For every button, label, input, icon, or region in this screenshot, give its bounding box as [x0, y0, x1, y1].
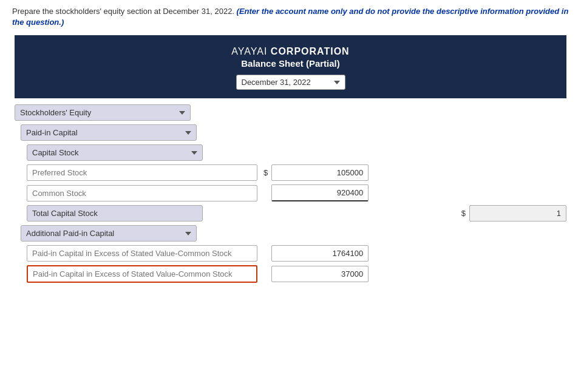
capital-stock-row: Capital Stock	[15, 144, 566, 161]
common-stock-amount[interactable]	[271, 184, 369, 201]
paid-excess-1-input[interactable]	[27, 245, 257, 262]
paid-excess-2-row: $	[15, 265, 566, 283]
stockholders-equity-row: Stockholders' Equity	[15, 104, 566, 121]
instruction-normal: Prepare the stockholders' equity section…	[12, 7, 234, 16]
preferred-stock-amount[interactable]	[271, 164, 369, 181]
form-area: Stockholders' Equity Paid-in Capital Cap…	[0, 98, 581, 292]
additional-paid-row: Additional Paid-in Capital	[15, 225, 566, 242]
total-dollar-wrapper: $	[455, 205, 566, 221]
common-stock-row: $	[15, 184, 566, 201]
total-capital-stock-amount[interactable]	[469, 205, 566, 221]
paid-in-capital-select[interactable]: Paid-in Capital	[21, 124, 197, 141]
paid-excess-1-amount[interactable]	[271, 245, 369, 262]
preferred-stock-row: $	[15, 164, 566, 181]
instruction-text: Prepare the stockholders' equity section…	[0, 0, 581, 35]
total-dollar-sign: $	[461, 209, 466, 218]
date-select[interactable]: December 31, 2022	[236, 75, 345, 90]
date-dropdown-wrapper: December 31, 2022	[27, 75, 554, 90]
paid-excess-2-amount[interactable]	[271, 266, 369, 282]
total-capital-stock-row: Total Capital Stock $	[15, 205, 566, 221]
corp-name: AYAYAI CORPORATION	[27, 46, 554, 57]
corp-name-bold: CORPORATION	[271, 46, 350, 56]
total-capital-stock-select[interactable]: Total Capital Stock	[27, 205, 203, 221]
paid-excess-1-row: $	[15, 245, 566, 262]
corp-header: AYAYAI CORPORATION Balance Sheet (Partia…	[15, 35, 566, 98]
capital-stock-select[interactable]: Capital Stock	[27, 144, 203, 161]
additional-paid-select[interactable]: Additional Paid-in Capital	[21, 225, 197, 242]
common-stock-input[interactable]	[27, 185, 257, 201]
total-capital-stock-wrapper: Total Capital Stock	[15, 205, 203, 221]
paid-in-capital-row: Paid-in Capital	[15, 124, 566, 141]
paid-excess-2-input[interactable]	[27, 265, 257, 283]
preferred-stock-input[interactable]	[27, 164, 257, 181]
corp-name-normal: AYAYAI	[231, 46, 267, 56]
preferred-dollar-sign: $	[263, 168, 268, 177]
sheet-title: Balance Sheet (Partial)	[27, 58, 554, 69]
stockholders-equity-select[interactable]: Stockholders' Equity	[15, 104, 191, 121]
